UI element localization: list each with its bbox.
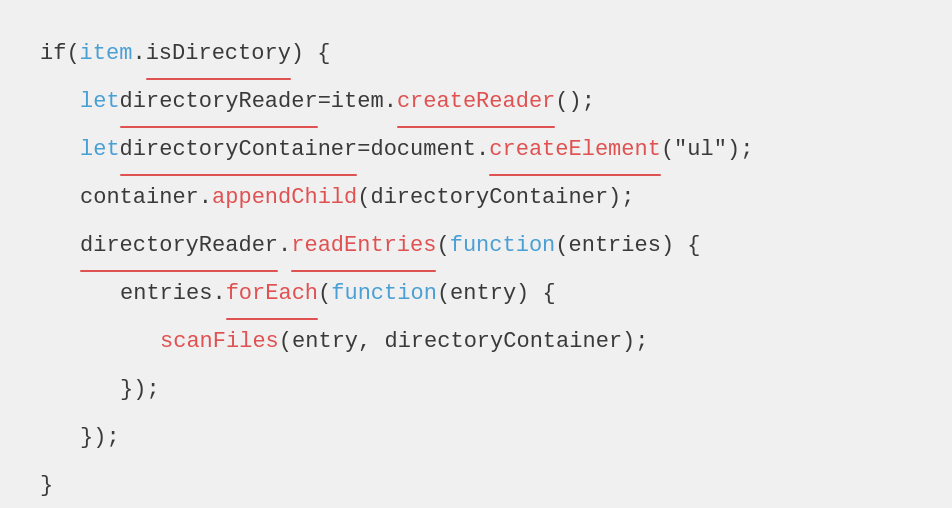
code-token: . bbox=[132, 30, 145, 78]
code-token: container bbox=[80, 174, 199, 222]
code-token: ) { bbox=[291, 30, 331, 78]
code-token: = bbox=[318, 78, 331, 126]
code-line: directoryReader.readEntries(function (en… bbox=[40, 222, 912, 270]
code-token: readEntries bbox=[291, 222, 436, 270]
code-token: ( bbox=[66, 30, 79, 78]
code-line: entries.forEach(function (entry) { bbox=[40, 270, 912, 318]
code-line: scanFiles(entry, directoryContainer); bbox=[40, 318, 912, 366]
code-token: let bbox=[80, 78, 120, 126]
code-token: (entry) { bbox=[437, 270, 556, 318]
code-token: isDirectory bbox=[146, 30, 291, 78]
code-line: } bbox=[40, 462, 912, 508]
code-token: ( bbox=[318, 270, 331, 318]
code-line: if (item.isDirectory) { bbox=[40, 30, 912, 78]
code-token: function bbox=[450, 222, 556, 270]
code-token: ("ul"); bbox=[661, 126, 753, 174]
code-token: directoryReader bbox=[120, 78, 318, 126]
code-token: if bbox=[40, 30, 66, 78]
code-line: let directoryContainer = document.create… bbox=[40, 126, 912, 174]
code-line: }); bbox=[40, 414, 912, 462]
code-token: function bbox=[331, 270, 437, 318]
code-token: scanFiles bbox=[160, 318, 279, 366]
code-editor: if (item.isDirectory) {let directoryRead… bbox=[0, 0, 952, 508]
code-token: directoryContainer bbox=[120, 126, 358, 174]
code-line: container.appendChild(directoryContainer… bbox=[40, 174, 912, 222]
code-token: . bbox=[384, 78, 397, 126]
code-token: appendChild bbox=[212, 174, 357, 222]
code-token: forEach bbox=[226, 270, 318, 318]
code-line: }); bbox=[40, 366, 912, 414]
code-token: = bbox=[357, 126, 370, 174]
code-token: (entry, directoryContainer); bbox=[279, 318, 649, 366]
code-token: . bbox=[199, 174, 212, 222]
code-token: item bbox=[331, 78, 384, 126]
code-token: . bbox=[476, 126, 489, 174]
code-token: let bbox=[80, 126, 120, 174]
code-token: (directoryContainer); bbox=[357, 174, 634, 222]
code-token: createElement bbox=[489, 126, 661, 174]
code-token: entries bbox=[120, 270, 212, 318]
code-token: }); bbox=[120, 366, 160, 414]
code-token: . bbox=[278, 222, 291, 270]
code-token: . bbox=[212, 270, 225, 318]
code-token: document bbox=[370, 126, 476, 174]
code-line: let directoryReader = item.createReader(… bbox=[40, 78, 912, 126]
code-token: (); bbox=[555, 78, 595, 126]
code-token: } bbox=[40, 462, 53, 508]
code-token: }); bbox=[80, 414, 120, 462]
code-token: createReader bbox=[397, 78, 555, 126]
code-token: (entries) { bbox=[555, 222, 700, 270]
code-token: item bbox=[80, 30, 133, 78]
code-token: ( bbox=[436, 222, 449, 270]
code-token: directoryReader bbox=[80, 222, 278, 270]
